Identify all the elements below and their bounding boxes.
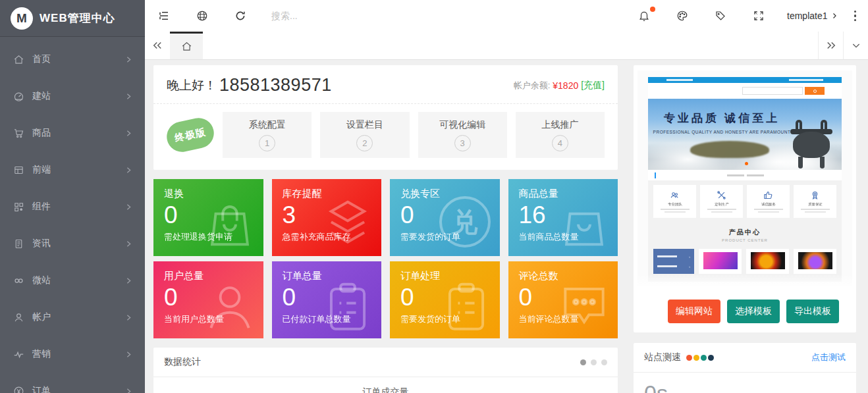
feature-label: 专业团队 xyxy=(668,201,682,207)
feature-card: 定制生产 xyxy=(700,185,743,218)
version-badge: 终极版 xyxy=(164,115,217,155)
run-speed-test-link[interactable]: 点击测试 xyxy=(811,352,846,363)
chevron-right-icon xyxy=(124,276,133,285)
sidebar-item-home[interactable]: 首页 xyxy=(0,41,145,78)
exchange-circle-icon: 兑 xyxy=(439,196,491,248)
tab-home[interactable] xyxy=(170,32,203,59)
sidebar-menu: 首页 建站 商品 前端 组件 资讯 xyxy=(0,37,145,393)
chevron-right-icon xyxy=(124,55,133,64)
template-switcher[interactable]: template1 xyxy=(778,11,847,21)
mountain-graphic xyxy=(690,141,769,158)
collapse-sidebar-button[interactable] xyxy=(145,0,183,32)
step-go-live[interactable]: 上线推广 4 xyxy=(516,112,605,158)
tabs-scroll-right-button[interactable] xyxy=(818,32,843,59)
chevron-right-icon xyxy=(124,240,133,248)
refresh-button[interactable] xyxy=(221,0,259,32)
step-system-config[interactable]: 系统配置 1 xyxy=(223,112,312,158)
carousel-dot[interactable] xyxy=(580,359,586,365)
tabs-scroll-left-button[interactable] xyxy=(145,32,170,59)
sidebar-item-marketing[interactable]: 营销 xyxy=(0,336,145,373)
stat-card-total-orders[interactable]: 订单总量 0 已付款订单总数量 xyxy=(272,261,382,338)
stat-card-order-processing[interactable]: 订单处理 0 需要发货的订单 xyxy=(390,261,500,338)
sidebar-item-site-builder[interactable]: 建站 xyxy=(0,78,145,115)
step-number: 1 xyxy=(259,135,275,151)
tab-bar-right xyxy=(818,32,868,59)
chevron-right-icon xyxy=(124,166,133,174)
sidebar-item-components[interactable]: 组件 xyxy=(0,188,145,225)
step-label: 系统配置 xyxy=(249,119,286,131)
sidebar-item-account[interactable]: 帐户 xyxy=(0,299,145,336)
thumbs-up-icon xyxy=(763,190,773,200)
product-thumb xyxy=(794,249,836,274)
sidebar-item-news[interactable]: 资讯 xyxy=(0,225,145,262)
fullscreen-button[interactable] xyxy=(740,0,778,32)
bag-icon xyxy=(556,195,612,251)
chevron-right-icon xyxy=(124,129,133,138)
sidebar-item-products[interactable]: 商品 xyxy=(0,115,145,151)
carousel-dot xyxy=(745,162,748,165)
stat-card-exchange-zone[interactable]: 兑换专区 0 需要发货的订单 兑 xyxy=(390,179,500,256)
stat-card-stock-alert[interactable]: 库存提醒 3 急需补充商品库存 xyxy=(272,179,382,256)
person-icon xyxy=(202,277,258,334)
preview-fade xyxy=(637,274,852,291)
speed-dot xyxy=(693,355,699,361)
sidebar-item-label: 商品 xyxy=(32,127,124,139)
mini-search-button xyxy=(805,87,825,95)
sidebar-item-microsite[interactable]: 微站 xyxy=(0,262,145,299)
home-icon xyxy=(181,41,192,52)
clipboard-icon xyxy=(319,277,376,334)
sidebar-item-label: 帐户 xyxy=(32,311,124,323)
user-icon xyxy=(13,312,24,323)
language-button[interactable] xyxy=(183,0,221,32)
right-column: 专业品质 诚信至上 PROFESSIONAL QUALITY AND HONES… xyxy=(634,65,856,393)
sidebar-item-orders[interactable]: 订单 xyxy=(0,373,145,393)
panel-title: 站点测速 xyxy=(644,352,681,363)
account-phone: 18581389571 xyxy=(219,75,332,95)
mini-hero-banner: 专业品质 诚信至上 PROFESSIONAL QUALITY AND HONES… xyxy=(648,99,842,170)
palette-icon xyxy=(676,10,688,22)
mini-site-search-row xyxy=(648,83,842,99)
chevron-down-icon xyxy=(851,40,861,51)
more-options-button[interactable] xyxy=(848,11,868,22)
hero-text: 专业品质 诚信至上 PROFESSIONAL QUALITY AND HONES… xyxy=(648,111,796,134)
search-box xyxy=(271,10,443,22)
stat-card-returns[interactable]: 退换 0 需处理退换货申请 xyxy=(153,179,263,256)
clipboard-icon xyxy=(438,277,495,334)
search-input[interactable] xyxy=(271,11,443,21)
app-logo: M xyxy=(11,7,33,30)
data-statistics-card: 数据统计 订单成交量 xyxy=(153,348,618,393)
carousel-dots xyxy=(580,359,607,365)
stat-card-total-users[interactable]: 用户总量 0 当前用户总数量 xyxy=(153,261,263,338)
hero-subtitle: PROFESSIONAL QUALITY AND HONESTY ARE PAR… xyxy=(648,130,796,134)
custom-icon xyxy=(717,190,726,200)
gauge-icon xyxy=(13,91,24,102)
tab-bar xyxy=(145,32,868,60)
main-column: 晚上好！ 18581389571 帐户余额: ¥1820 [充值] 终极版 系统… xyxy=(153,65,618,393)
tags-button[interactable] xyxy=(701,0,740,32)
chevron-right-icon xyxy=(124,387,133,393)
site-preview[interactable]: 专业品质 诚信至上 PROFESSIONAL QUALITY AND HONES… xyxy=(637,70,852,291)
sidebar-item-frontend[interactable]: 前端 xyxy=(0,151,145,188)
pulse-icon xyxy=(13,349,24,360)
theme-button[interactable] xyxy=(663,0,701,32)
export-template-button[interactable]: 导出模板 xyxy=(786,300,839,323)
step-visual-edit[interactable]: 可视化编辑 3 xyxy=(418,112,507,158)
refresh-icon xyxy=(234,10,246,22)
section-title: 产品中心 xyxy=(648,228,842,237)
carousel-dot[interactable] xyxy=(601,359,607,365)
feature-label: 定制生产 xyxy=(715,201,729,207)
sidebar-item-label: 资讯 xyxy=(32,238,124,249)
hero-title: 专业品质 诚信至上 xyxy=(648,111,796,126)
choose-template-button[interactable]: 选择模板 xyxy=(727,300,780,323)
carousel-dot[interactable] xyxy=(591,359,597,365)
step-set-columns[interactable]: 设置栏目 2 xyxy=(320,112,409,158)
edit-site-button[interactable]: 编辑网站 xyxy=(668,300,720,323)
stat-card-total-comments[interactable]: 评论总数 0 当前评论总数量 xyxy=(508,261,618,338)
speed-test-card: 站点测速 点击测试 0s 下载用时(秒) xyxy=(634,343,856,393)
notifications-button[interactable] xyxy=(625,0,663,32)
layers-icon xyxy=(319,195,376,251)
stat-card-total-products[interactable]: 商品总量 16 当前商品总数量 xyxy=(508,179,618,256)
tabs-menu-button[interactable] xyxy=(843,32,868,59)
recharge-link[interactable]: [充值] xyxy=(581,80,605,92)
double-chevron-right-icon xyxy=(825,39,837,51)
